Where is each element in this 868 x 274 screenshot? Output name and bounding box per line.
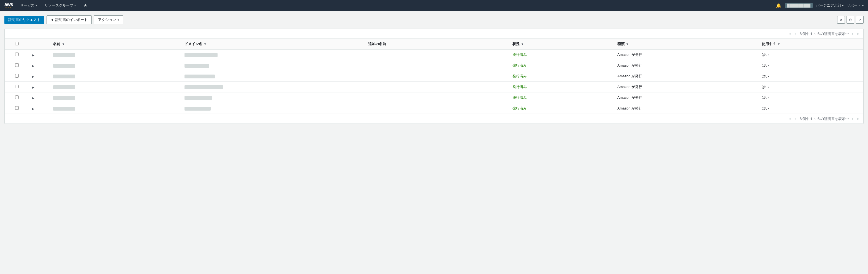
row-checkbox-4[interactable] (15, 85, 19, 88)
row-additional-5 (365, 93, 509, 103)
row-name-5 (50, 93, 181, 103)
row-domain-3 (181, 71, 365, 82)
row-checkbox-cell (5, 82, 29, 93)
table-body: ▶ 発行済み Amazon が発行 はい ▶ (5, 49, 863, 114)
column-domain-sort-icon: ▾ (204, 42, 206, 46)
nav-favorites[interactable]: ★ (81, 0, 90, 11)
row-checkbox-1[interactable] (15, 53, 19, 56)
select-all-checkbox[interactable] (15, 42, 19, 45)
prev-page-button-bottom[interactable]: ‹ (794, 116, 797, 121)
row-additional-1 (365, 49, 509, 60)
help-icon: ? (859, 18, 861, 22)
nav-resource-groups-chevron-icon: ▾ (74, 0, 76, 11)
row-expand-button-2[interactable]: ▶ (32, 64, 34, 67)
row-additional-3 (365, 71, 509, 82)
table-row: ▶ 発行済み Amazon が発行 はい (5, 82, 863, 93)
notification-bell-icon[interactable]: 🔔 (776, 3, 781, 8)
row-expand-button-4[interactable]: ▶ (32, 86, 34, 89)
row-name-6 (50, 103, 181, 114)
row-checkbox-cell (5, 60, 29, 71)
refresh-button[interactable]: ↺ (837, 16, 845, 24)
column-name-sort-icon: ▾ (63, 42, 64, 46)
row-checkbox-5[interactable] (15, 96, 19, 99)
column-header-domain[interactable]: ドメイン名 ▾ (181, 39, 365, 49)
aws-logo[interactable]: aws ~~~ (4, 2, 13, 9)
table-row: ▶ 発行済み Amazon が発行 はい (5, 49, 863, 60)
domain-redacted (185, 53, 218, 57)
main-content: 証明書のリクエスト ⬆ 証明書のインポート アクション ▾ ↺ ⚙ ? « ‹ (0, 11, 868, 128)
import-cert-label: 証明書のインポート (55, 17, 88, 22)
row-expand-button-1[interactable]: ▶ (32, 54, 34, 57)
column-header-type[interactable]: 種類 ▾ (614, 39, 758, 49)
first-page-button-top[interactable]: « (788, 31, 792, 36)
column-header-status[interactable]: 状況 ▾ (509, 39, 614, 49)
row-checkbox-2[interactable] (15, 63, 19, 67)
row-name-1 (50, 49, 181, 60)
row-expand-button-5[interactable]: ▶ (32, 97, 34, 100)
last-page-button-top[interactable]: » (856, 31, 860, 36)
row-expand-button-3[interactable]: ▶ (32, 75, 34, 78)
column-header-inuse[interactable]: 使用中？ ▾ (758, 39, 863, 49)
last-page-button-bottom[interactable]: » (856, 116, 860, 121)
row-checkbox-6[interactable] (15, 106, 19, 110)
row-expand-cell: ▶ (29, 60, 50, 71)
top-navigation: aws ~~~ サービス ▾ リソースグループ ▾ ★ 🔔 ██████████… (0, 0, 868, 11)
support-label: サポート (847, 3, 861, 8)
column-type-sort-icon: ▾ (626, 42, 628, 46)
next-page-button-top[interactable]: › (851, 31, 854, 36)
row-domain-4 (181, 82, 365, 93)
actions-button[interactable]: アクション ▾ (94, 15, 123, 24)
actions-chevron-icon: ▾ (118, 19, 119, 22)
help-button[interactable]: ? (856, 16, 864, 24)
nav-resource-groups-label: リソースグループ (44, 0, 73, 11)
request-cert-label: 証明書のリクエスト (8, 17, 40, 22)
row-name-2 (50, 60, 181, 71)
toolbar-right: ↺ ⚙ ? (837, 16, 864, 24)
pagination-info-bottom: ６個中１～６の証明書を表示中 (799, 116, 849, 121)
row-inuse-3: はい (758, 71, 863, 82)
next-page-button-bottom[interactable]: › (851, 116, 854, 121)
name-redacted (53, 74, 75, 78)
select-all-header (5, 39, 29, 49)
support-chevron-icon: ▾ (862, 4, 864, 7)
row-inuse-6: はい (758, 103, 863, 114)
nav-services-chevron-icon: ▾ (35, 0, 37, 11)
column-header-name[interactable]: 名前 ▾ (50, 39, 181, 49)
nav-services[interactable]: サービス ▾ (17, 0, 40, 11)
domain-redacted (185, 96, 212, 100)
expand-header (29, 39, 50, 49)
settings-button[interactable]: ⚙ (846, 16, 854, 24)
nav-support[interactable]: サポート ▾ (847, 3, 864, 8)
pagination-top: « ‹ ６個中１～６の証明書を表示中 › » (5, 29, 863, 39)
request-certificate-button[interactable]: 証明書のリクエスト (4, 16, 44, 24)
import-certificate-button[interactable]: ⬆ 証明書のインポート (46, 15, 92, 24)
row-inuse-2: はい (758, 60, 863, 71)
name-redacted (53, 53, 75, 57)
first-page-button-bottom[interactable]: « (788, 116, 792, 121)
nav-resource-groups[interactable]: リソースグループ ▾ (42, 0, 79, 11)
status-issued-label: 発行済み (513, 85, 527, 89)
row-expand-button-6[interactable]: ▶ (32, 107, 34, 110)
row-type-5: Amazon が発行 (614, 93, 758, 103)
row-checkbox-3[interactable] (15, 74, 19, 77)
status-issued-label: 発行済み (513, 53, 527, 57)
row-additional-4 (365, 82, 509, 93)
table-row: ▶ 発行済み Amazon が発行 はい (5, 60, 863, 71)
column-additional-label: 追加の名前 (368, 42, 386, 46)
row-inuse-5: はい (758, 93, 863, 103)
status-issued-label: 発行済み (513, 96, 527, 100)
row-name-4 (50, 82, 181, 93)
refresh-icon: ↺ (840, 18, 843, 22)
row-status-2: 発行済み (509, 60, 614, 71)
column-status-sort-icon: ▾ (522, 42, 523, 46)
nav-region-selector[interactable]: バージニア北部 ▾ (816, 3, 843, 8)
prev-page-button-top[interactable]: ‹ (794, 31, 797, 36)
column-status-label: 状況 (513, 42, 520, 46)
pagination-bottom: « ‹ ６個中１～６の証明書を表示中 › » (5, 114, 863, 124)
nav-services-label: サービス (20, 0, 34, 11)
row-inuse-1: はい (758, 49, 863, 60)
star-icon: ★ (84, 0, 87, 11)
aws-logo-smile: ~~~ (4, 6, 13, 9)
username-display[interactable]: ██████████ (785, 3, 813, 8)
row-checkbox-cell (5, 103, 29, 114)
